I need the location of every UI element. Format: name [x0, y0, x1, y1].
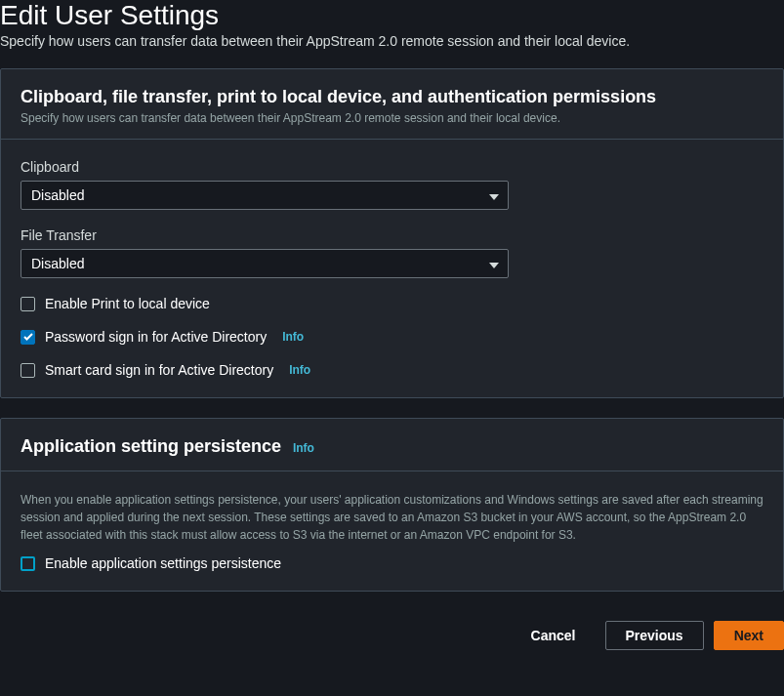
password-signin-checkbox[interactable] [21, 330, 35, 345]
page-subtitle: Specify how users can transfer data betw… [0, 33, 784, 68]
password-signin-info-link[interactable]: Info [282, 330, 304, 344]
print-local-checkbox[interactable] [21, 297, 35, 311]
persistence-section: Application setting persistence Info Whe… [0, 418, 784, 592]
permissions-title: Clipboard, file transfer, print to local… [21, 87, 656, 106]
page-title: Edit User Settings [0, 0, 784, 33]
clipboard-select[interactable]: Disabled [21, 181, 509, 210]
clipboard-label: Clipboard [21, 159, 763, 175]
enable-persistence-label: Enable application settings persistence [45, 555, 281, 571]
next-button[interactable]: Next [714, 621, 784, 650]
file-transfer-label: File Transfer [21, 227, 763, 243]
smartcard-signin-checkbox[interactable] [21, 363, 35, 378]
persistence-header: Application setting persistence Info [1, 419, 783, 471]
persistence-title: Application setting persistence [21, 436, 281, 456]
enable-persistence-checkbox[interactable] [21, 556, 35, 571]
print-local-label: Enable Print to local device [45, 296, 210, 311]
permissions-desc: Specify how users can transfer data betw… [21, 111, 763, 125]
permissions-section: Clipboard, file transfer, print to local… [0, 68, 784, 398]
previous-button[interactable]: Previous [605, 621, 704, 650]
persistence-info-link[interactable]: Info [293, 441, 314, 455]
permissions-header: Clipboard, file transfer, print to local… [1, 69, 783, 140]
footer: Cancel Previous Next [0, 611, 784, 650]
smartcard-signin-info-link[interactable]: Info [289, 363, 310, 377]
password-signin-label: Password sign in for Active Directory [45, 329, 267, 345]
cancel-button[interactable]: Cancel [512, 622, 596, 649]
smartcard-signin-label: Smart card sign in for Active Directory [45, 362, 273, 378]
file-transfer-select[interactable]: Disabled [21, 249, 509, 278]
persistence-desc: When you enable application settings per… [21, 491, 763, 544]
